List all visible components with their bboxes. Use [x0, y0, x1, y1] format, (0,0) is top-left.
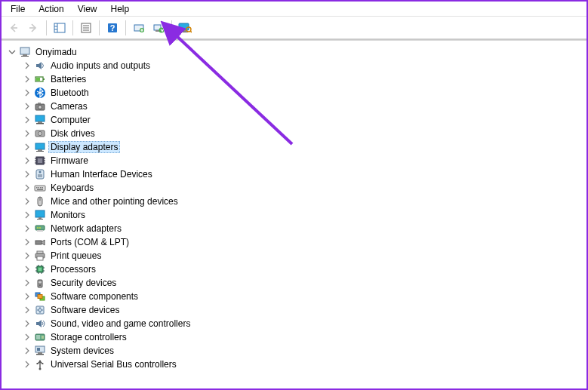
expander-closed-icon[interactable] [23, 88, 32, 97]
tree-item[interactable]: Storage controllers [5, 330, 586, 344]
svg-point-81 [39, 284, 41, 286]
tree-item[interactable]: Security devices [5, 276, 586, 290]
show-hide-tree-button[interactable] [51, 19, 69, 37]
expander-closed-icon[interactable] [23, 156, 32, 165]
tree-item[interactable]: Human Interface Devices [5, 167, 586, 181]
tree-item-label[interactable]: Universal Serial Bus controllers [48, 358, 179, 370]
tree-item[interactable]: Print queues [5, 249, 586, 263]
tree-item-label[interactable]: Monitors [48, 209, 88, 221]
tree-item[interactable]: Firmware [5, 154, 586, 167]
tree-item[interactable]: Monitors [5, 208, 586, 222]
tree-item-label[interactable]: Network adapters [48, 223, 124, 235]
tree-item[interactable]: Software devices [5, 303, 586, 317]
device-tree-panel[interactable]: Onyimadu Audio inputs and outputsBatteri… [2, 42, 586, 388]
tree-item-label[interactable]: Processors [48, 263, 98, 275]
software-component-icon [34, 290, 46, 302]
tree-item[interactable]: Processors [5, 263, 586, 276]
tree-item-label[interactable]: Sound, video and game controllers [48, 318, 192, 330]
tree-item-label[interactable]: Keyboards [48, 182, 96, 194]
uninstall-device-button[interactable] [149, 19, 168, 37]
scan-hardware-icon [178, 22, 192, 34]
firmware-icon [34, 155, 46, 167]
menu-file[interactable]: File [5, 2, 31, 16]
expander-closed-icon[interactable] [23, 346, 32, 355]
tree-item[interactable]: Keyboards [5, 181, 586, 195]
forward-button[interactable] [24, 19, 42, 37]
tree-item[interactable]: Cameras [5, 100, 586, 113]
svg-rect-13 [155, 30, 159, 32]
expander-closed-icon[interactable] [23, 197, 32, 206]
tree-item[interactable]: Ports (COM & LPT) [5, 235, 586, 249]
svg-rect-40 [38, 158, 42, 163]
expander-closed-icon[interactable] [23, 292, 32, 301]
tree-item[interactable]: Mice and other pointing devices [5, 195, 586, 208]
expander-closed-icon[interactable] [23, 75, 32, 84]
expander-closed-icon[interactable] [23, 360, 32, 369]
back-button[interactable] [5, 19, 23, 37]
tree-item-label[interactable]: Security devices [48, 277, 119, 289]
expander-closed-icon[interactable] [23, 238, 32, 247]
tree-item-label[interactable]: Ports (COM & LPT) [48, 236, 131, 248]
expander-closed-icon[interactable] [23, 183, 32, 192]
tree-item[interactable]: Computer [5, 113, 586, 127]
scan-hardware-button[interactable] [176, 19, 194, 37]
tree-item-label[interactable]: Batteries [48, 73, 88, 85]
svg-rect-31 [38, 121, 42, 123]
svg-rect-94 [37, 363, 38, 364]
tree-item[interactable]: Network adapters [5, 222, 586, 235]
tree-item[interactable]: Bluetooth [5, 86, 586, 100]
tree-item-label[interactable]: Mice and other pointing devices [48, 195, 180, 207]
tree-item-label[interactable]: Software devices [48, 304, 122, 316]
svg-rect-38 [36, 151, 44, 152]
tree-root[interactable]: Onyimadu [5, 45, 586, 59]
tree-item[interactable]: Batteries [5, 72, 586, 86]
properties-button[interactable] [77, 19, 95, 37]
help-button[interactable]: ? [103, 19, 122, 37]
expander-closed-icon[interactable] [23, 115, 32, 124]
tree-item-label[interactable]: Audio inputs and outputs [48, 60, 152, 72]
svg-rect-58 [35, 210, 45, 217]
expander-closed-icon[interactable] [23, 319, 32, 328]
tree-item-label[interactable]: Storage controllers [48, 331, 129, 343]
expander-closed-icon[interactable] [23, 143, 32, 152]
tree-item-label[interactable]: Computer [48, 114, 93, 126]
tree-item[interactable]: Universal Serial Bus controllers [5, 358, 586, 371]
tree-item-label[interactable]: Human Interface Devices [48, 168, 155, 180]
expander-closed-icon[interactable] [23, 306, 32, 315]
tree-item-label[interactable]: Disk drives [48, 127, 97, 140]
expander-closed-icon[interactable] [23, 333, 32, 342]
keyboard-icon [34, 182, 46, 194]
expander-closed-icon[interactable] [23, 129, 32, 138]
svg-rect-60 [37, 219, 43, 220]
expander-closed-icon[interactable] [23, 102, 32, 111]
menu-help[interactable]: Help [105, 2, 136, 16]
expander-closed-icon[interactable] [23, 61, 32, 70]
expander-closed-icon[interactable] [23, 251, 32, 260]
tree-item[interactable]: Disk drives [5, 127, 586, 140]
menu-view[interactable]: View [72, 2, 103, 16]
tree-item-label[interactable]: Software components [48, 290, 140, 302]
expander-closed-icon[interactable] [23, 170, 32, 179]
tree-item-label[interactable]: Bluetooth [48, 87, 91, 99]
tree-root-label[interactable]: Onyimadu [33, 46, 79, 58]
tree-item-label[interactable]: Display adapters [48, 141, 120, 153]
expander-closed-icon[interactable] [23, 210, 32, 220]
svg-rect-22 [21, 56, 29, 57]
expander-closed-icon[interactable] [23, 224, 32, 233]
expander-closed-icon[interactable] [23, 278, 32, 287]
tree-item-label[interactable]: Firmware [48, 155, 91, 167]
expander-closed-icon[interactable] [23, 265, 32, 274]
svg-point-62 [37, 227, 38, 229]
tree-item[interactable]: Audio inputs and outputs [5, 59, 586, 72]
network-icon [34, 223, 46, 235]
tree-item[interactable]: System devices [5, 344, 586, 358]
tree-item-label[interactable]: System devices [48, 345, 116, 357]
tree-item[interactable]: Display adapters [5, 140, 586, 154]
menu-action[interactable]: Action [32, 2, 69, 16]
update-driver-button[interactable] [130, 19, 148, 37]
tree-item[interactable]: Sound, video and game controllers [5, 317, 586, 330]
tree-item-label[interactable]: Print queues [48, 250, 103, 262]
tree-item[interactable]: Software components [5, 290, 586, 303]
tree-item-label[interactable]: Cameras [48, 100, 90, 112]
expander-open-icon[interactable] [8, 48, 17, 57]
